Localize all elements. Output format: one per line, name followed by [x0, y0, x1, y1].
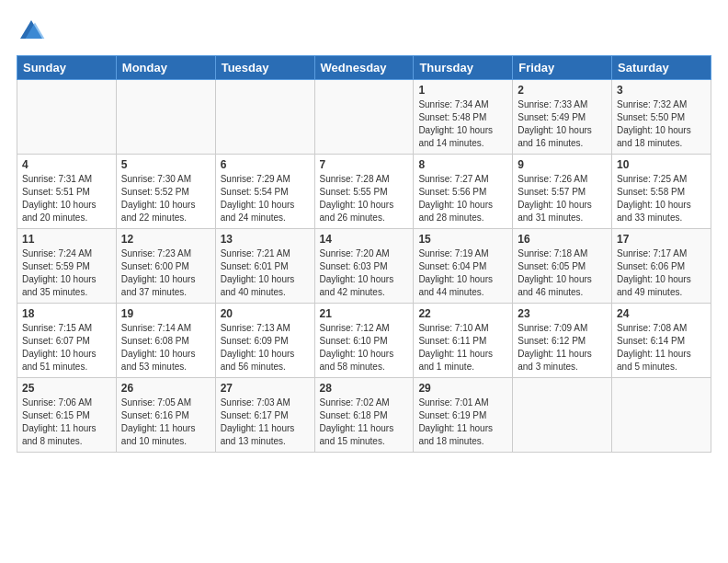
- day-number: 14: [320, 233, 409, 246]
- calendar-cell: 5Sunrise: 7:30 AM Sunset: 5:52 PM Daylig…: [116, 155, 215, 229]
- day-number: 4: [22, 158, 111, 171]
- calendar-cell: 1Sunrise: 7:34 AM Sunset: 5:48 PM Daylig…: [414, 80, 513, 155]
- day-info: Sunrise: 7:15 AM Sunset: 6:07 PM Dayligh…: [22, 322, 111, 373]
- calendar-cell: 8Sunrise: 7:27 AM Sunset: 5:56 PM Daylig…: [414, 155, 513, 229]
- day-info: Sunrise: 7:14 AM Sunset: 6:08 PM Dayligh…: [121, 322, 210, 373]
- calendar-cell: 13Sunrise: 7:21 AM Sunset: 6:01 PM Dayli…: [215, 229, 314, 304]
- day-number: 9: [518, 158, 607, 171]
- day-number: 29: [418, 382, 507, 395]
- day-info: Sunrise: 7:32 AM Sunset: 5:50 PM Dayligh…: [617, 98, 706, 150]
- day-info: Sunrise: 7:10 AM Sunset: 6:11 PM Dayligh…: [418, 322, 507, 373]
- calendar-cell: [215, 80, 314, 155]
- column-header-wednesday: Wednesday: [314, 56, 414, 80]
- calendar-cell: 4Sunrise: 7:31 AM Sunset: 5:51 PM Daylig…: [17, 155, 117, 229]
- logo: [17, 17, 50, 46]
- header-row: SundayMondayTuesdayWednesdayThursdayFrid…: [17, 56, 711, 80]
- day-number: 22: [418, 307, 507, 320]
- day-number: 11: [22, 233, 111, 246]
- day-number: 3: [617, 84, 706, 97]
- calendar-cell: 16Sunrise: 7:18 AM Sunset: 6:05 PM Dayli…: [513, 229, 612, 304]
- day-number: 19: [121, 307, 210, 320]
- calendar-cell: 24Sunrise: 7:08 AM Sunset: 6:14 PM Dayli…: [612, 304, 711, 378]
- calendar-cell: 18Sunrise: 7:15 AM Sunset: 6:07 PM Dayli…: [17, 304, 117, 378]
- day-number: 27: [221, 382, 310, 395]
- day-number: 8: [418, 158, 507, 171]
- day-info: Sunrise: 7:03 AM Sunset: 6:17 PM Dayligh…: [221, 396, 310, 448]
- day-number: 5: [121, 158, 210, 171]
- calendar-cell: 14Sunrise: 7:20 AM Sunset: 6:03 PM Dayli…: [314, 229, 414, 304]
- week-row-4: 25Sunrise: 7:06 AM Sunset: 6:15 PM Dayli…: [17, 378, 711, 453]
- calendar-cell: 29Sunrise: 7:01 AM Sunset: 6:19 PM Dayli…: [414, 378, 513, 453]
- day-number: 2: [518, 84, 607, 97]
- calendar-cell: 27Sunrise: 7:03 AM Sunset: 6:17 PM Dayli…: [215, 378, 314, 453]
- day-number: 6: [221, 158, 310, 171]
- page: SundayMondayTuesdayWednesdayThursdayFrid…: [0, 0, 728, 563]
- day-number: 10: [617, 158, 706, 171]
- column-header-monday: Monday: [116, 56, 215, 80]
- calendar-cell: 7Sunrise: 7:28 AM Sunset: 5:55 PM Daylig…: [314, 155, 414, 229]
- column-header-friday: Friday: [513, 56, 612, 80]
- day-number: 17: [617, 233, 706, 246]
- day-info: Sunrise: 7:05 AM Sunset: 6:16 PM Dayligh…: [121, 396, 210, 448]
- day-number: 23: [518, 307, 607, 320]
- header: [17, 17, 711, 46]
- day-info: Sunrise: 7:31 AM Sunset: 5:51 PM Dayligh…: [22, 173, 111, 224]
- day-number: 26: [121, 382, 210, 395]
- calendar-cell: 25Sunrise: 7:06 AM Sunset: 6:15 PM Dayli…: [17, 378, 117, 453]
- week-row-2: 11Sunrise: 7:24 AM Sunset: 5:59 PM Dayli…: [17, 229, 711, 304]
- day-number: 1: [418, 84, 507, 97]
- day-info: Sunrise: 7:34 AM Sunset: 5:48 PM Dayligh…: [418, 98, 507, 150]
- calendar-cell: 12Sunrise: 7:23 AM Sunset: 6:00 PM Dayli…: [116, 229, 215, 304]
- calendar-cell: 21Sunrise: 7:12 AM Sunset: 6:10 PM Dayli…: [314, 304, 414, 378]
- day-info: Sunrise: 7:24 AM Sunset: 5:59 PM Dayligh…: [22, 247, 111, 299]
- calendar-table: SundayMondayTuesdayWednesdayThursdayFrid…: [17, 55, 711, 453]
- calendar-cell: [17, 80, 117, 155]
- day-info: Sunrise: 7:19 AM Sunset: 6:04 PM Dayligh…: [418, 247, 507, 299]
- calendar-cell: [513, 378, 612, 453]
- day-info: Sunrise: 7:30 AM Sunset: 5:52 PM Dayligh…: [121, 173, 210, 224]
- day-number: 20: [221, 307, 310, 320]
- calendar-cell: 23Sunrise: 7:09 AM Sunset: 6:12 PM Dayli…: [513, 304, 612, 378]
- day-number: 18: [22, 307, 111, 320]
- day-info: Sunrise: 7:28 AM Sunset: 5:55 PM Dayligh…: [320, 173, 409, 224]
- calendar-cell: 26Sunrise: 7:05 AM Sunset: 6:16 PM Dayli…: [116, 378, 215, 453]
- week-row-1: 4Sunrise: 7:31 AM Sunset: 5:51 PM Daylig…: [17, 155, 711, 229]
- calendar-cell: 17Sunrise: 7:17 AM Sunset: 6:06 PM Dayli…: [612, 229, 711, 304]
- calendar-cell: 3Sunrise: 7:32 AM Sunset: 5:50 PM Daylig…: [612, 80, 711, 155]
- calendar-cell: 10Sunrise: 7:25 AM Sunset: 5:58 PM Dayli…: [612, 155, 711, 229]
- calendar-cell: 22Sunrise: 7:10 AM Sunset: 6:11 PM Dayli…: [414, 304, 513, 378]
- calendar-cell: [612, 378, 711, 453]
- day-info: Sunrise: 7:09 AM Sunset: 6:12 PM Dayligh…: [518, 322, 607, 373]
- calendar-header: SundayMondayTuesdayWednesdayThursdayFrid…: [17, 56, 711, 80]
- day-number: 21: [320, 307, 409, 320]
- day-info: Sunrise: 7:26 AM Sunset: 5:57 PM Dayligh…: [518, 173, 607, 224]
- day-number: 13: [221, 233, 310, 246]
- day-info: Sunrise: 7:33 AM Sunset: 5:49 PM Dayligh…: [518, 98, 607, 150]
- day-number: 12: [121, 233, 210, 246]
- day-info: Sunrise: 7:01 AM Sunset: 6:19 PM Dayligh…: [418, 396, 507, 448]
- day-info: Sunrise: 7:12 AM Sunset: 6:10 PM Dayligh…: [320, 322, 409, 373]
- day-number: 15: [418, 233, 507, 246]
- day-number: 7: [320, 158, 409, 171]
- calendar-cell: 6Sunrise: 7:29 AM Sunset: 5:54 PM Daylig…: [215, 155, 314, 229]
- day-number: 24: [617, 307, 706, 320]
- column-header-sunday: Sunday: [17, 56, 117, 80]
- calendar-cell: 20Sunrise: 7:13 AM Sunset: 6:09 PM Dayli…: [215, 304, 314, 378]
- day-number: 16: [518, 233, 607, 246]
- day-number: 28: [320, 382, 409, 395]
- calendar-cell: 9Sunrise: 7:26 AM Sunset: 5:57 PM Daylig…: [513, 155, 612, 229]
- week-row-0: 1Sunrise: 7:34 AM Sunset: 5:48 PM Daylig…: [17, 80, 711, 155]
- day-info: Sunrise: 7:29 AM Sunset: 5:54 PM Dayligh…: [221, 173, 310, 224]
- logo-icon: [17, 17, 46, 46]
- column-header-thursday: Thursday: [414, 56, 513, 80]
- column-header-tuesday: Tuesday: [215, 56, 314, 80]
- calendar-cell: 15Sunrise: 7:19 AM Sunset: 6:04 PM Dayli…: [414, 229, 513, 304]
- day-info: Sunrise: 7:25 AM Sunset: 5:58 PM Dayligh…: [617, 173, 706, 224]
- day-info: Sunrise: 7:13 AM Sunset: 6:09 PM Dayligh…: [221, 322, 310, 373]
- calendar-cell: [116, 80, 215, 155]
- day-info: Sunrise: 7:18 AM Sunset: 6:05 PM Dayligh…: [518, 247, 607, 299]
- calendar-body: 1Sunrise: 7:34 AM Sunset: 5:48 PM Daylig…: [17, 80, 711, 453]
- day-number: 25: [22, 382, 111, 395]
- day-info: Sunrise: 7:02 AM Sunset: 6:18 PM Dayligh…: [320, 396, 409, 448]
- day-info: Sunrise: 7:08 AM Sunset: 6:14 PM Dayligh…: [617, 322, 706, 373]
